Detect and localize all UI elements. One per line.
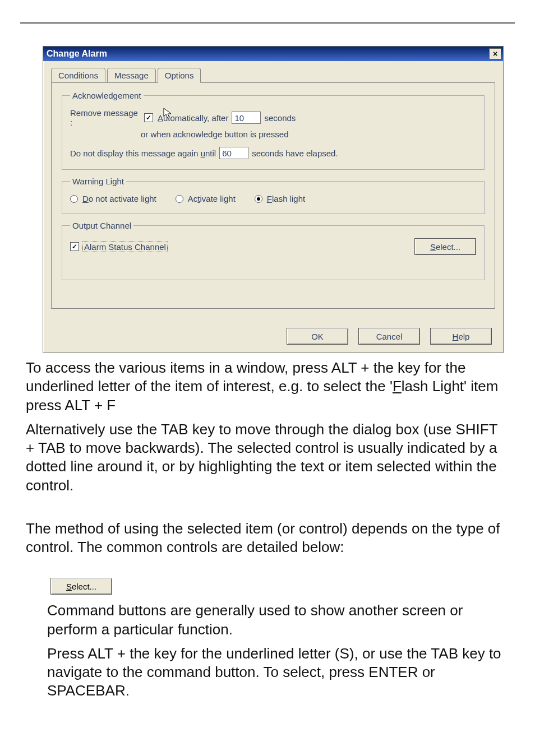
tab-panel-options: Acknowledgement Remove message : Automat… [51,82,495,309]
label-do-not-activate: Do not activate light [82,194,156,203]
label-automatically: Automatically, after [158,113,228,123]
checkbox-alarm-status-channel[interactable] [70,242,79,251]
input-auto-seconds[interactable]: 10 [232,112,261,124]
label-seconds-elapsed: seconds have elapsed. [252,149,338,158]
tab-options[interactable]: Options [158,68,201,83]
cursor-icon [163,108,172,120]
radio-activate-light[interactable] [176,195,183,203]
tabstrip: Conditions Message Options [51,68,495,83]
group-output-channel: Output Channel Alarm Status Channel Sele… [62,221,485,280]
example-select-button[interactable]: Select... [50,578,112,595]
radio-flash-light[interactable] [255,195,262,203]
legend-acknowledgement: Acknowledgement [70,91,144,100]
doc-paragraph-3: The method of using the selected item (o… [26,520,509,557]
tab-message[interactable]: Message [107,68,156,83]
label-seconds: seconds [264,113,296,123]
close-icon[interactable]: × [489,48,501,59]
dialog-title: Change Alarm [47,49,107,59]
label-flash-light: Flash light [267,194,305,203]
label-activate-light: Activate light [188,194,236,203]
label-remove-message: Remove message : [70,108,141,127]
group-warning-light: Warning Light Do not activate light Acti… [62,177,485,214]
tab-conditions[interactable]: Conditions [51,68,105,83]
label-do-not-display: Do not display this message again until [70,149,216,158]
ok-button[interactable]: OK [287,328,348,345]
cancel-button[interactable]: Cancel [358,328,420,345]
label-or-when-ack: or when acknowledge button is pressed [141,129,289,139]
legend-warning-light: Warning Light [70,177,126,186]
input-dnd-seconds[interactable]: 60 [219,147,248,159]
legend-output-channel: Output Channel [70,221,133,230]
dialog-titlebar: Change Alarm × [43,47,503,61]
doc-paragraph-1: To access the various items in a window,… [26,359,509,415]
change-alarm-dialog: Change Alarm × Conditions Message Option… [43,46,504,353]
group-acknowledgement: Acknowledgement Remove message : Automat… [62,91,485,170]
checkbox-automatically[interactable] [144,113,153,122]
doc-paragraph-4: Command buttons are generally used to sh… [47,601,509,639]
radio-do-not-activate[interactable] [70,195,78,203]
select-button[interactable]: Select... [414,238,476,255]
help-button[interactable]: Help [430,328,492,345]
doc-paragraph-5: Press ALT + the key for the underlined l… [47,644,509,701]
label-alarm-status-channel: Alarm Status Channel [82,242,168,252]
doc-paragraph-2: Alternatively use the TAB key to move th… [26,420,509,495]
